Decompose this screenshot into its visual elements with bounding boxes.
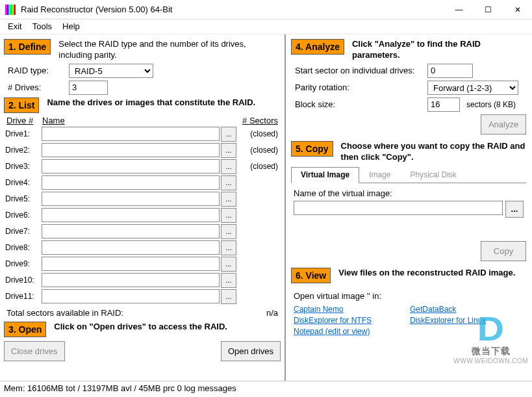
drive-browse-button[interactable]: ...	[221, 127, 236, 142]
badge-analyze: 4. Analyze	[291, 39, 344, 55]
open-drives-button[interactable]: Open drives	[221, 341, 281, 361]
analyze-button[interactable]: Analyze	[481, 114, 526, 134]
drive-row: Drive1:...(closed)	[4, 127, 281, 142]
block-size-input[interactable]	[427, 97, 460, 112]
drive-browse-button[interactable]: ...	[221, 192, 236, 207]
link-notepad[interactable]: Notepad (edit or view)	[294, 327, 410, 336]
drive-name-input[interactable]	[42, 143, 220, 157]
statusbar: Mem: 16106MB tot / 13197MB avl / 45MB pr…	[0, 381, 532, 395]
badge-copy: 5. Copy	[291, 141, 333, 157]
virtual-image-name-label: Name of the virtual image:	[294, 188, 524, 198]
drives-count-input[interactable]	[69, 81, 108, 95]
app-icon	[5, 5, 16, 15]
tab-physical-disk[interactable]: Physical Disk	[401, 167, 466, 183]
drive-label: Drive8:	[4, 243, 42, 252]
drive-browse-button[interactable]: ...	[221, 175, 236, 190]
tab-image[interactable]: Image	[359, 167, 400, 183]
link-diskexplorer-linux[interactable]: DiskExplorer for Linux	[410, 316, 526, 325]
list-desc: Name the drives or images that constitut…	[47, 97, 255, 109]
view-desc: View files on the reconstructed RAID ima…	[338, 268, 515, 279]
menu-tools[interactable]: Tools	[27, 19, 57, 34]
link-getdataback[interactable]: GetDataBack	[410, 305, 526, 314]
parity-label: Parity rotation:	[291, 83, 427, 92]
drive-row: Drive11:...	[4, 289, 281, 304]
define-desc: Select the RAID type and the number of i…	[58, 39, 281, 61]
drive-name-input[interactable]	[42, 208, 220, 222]
raid-type-select[interactable]: RAID-5	[69, 64, 153, 78]
drive-label: Drive9:	[4, 259, 42, 268]
content: 1. Define Select the RAID type and the n…	[0, 34, 532, 381]
drive-name-input[interactable]	[42, 240, 220, 255]
col-name: Name	[42, 116, 229, 125]
drive-browse-button[interactable]: ...	[221, 224, 236, 239]
copy-tabs: Virtual Image Image Physical Disk	[291, 167, 526, 183]
tab-virtual-image[interactable]: Virtual Image	[291, 167, 359, 183]
minimize-button[interactable]: —	[444, 0, 474, 19]
drive-row: Drive7:...	[4, 224, 281, 239]
virtual-image-browse-button[interactable]: ...	[505, 201, 524, 218]
titlebar: Raid Reconstructor (Version 5.00) 64-Bit…	[0, 0, 532, 19]
drive-name-input[interactable]	[42, 192, 220, 206]
section-view: 6. View View files on the reconstructed …	[291, 268, 526, 283]
drive-browse-button[interactable]: ...	[221, 273, 236, 288]
link-captain-nemo[interactable]: Captain Nemo	[294, 305, 410, 314]
drive-status: (closed)	[236, 162, 281, 171]
copy-desc: Choose where you want to copy the RAID a…	[341, 141, 526, 163]
total-sectors-label: Total sectors available in RAID:	[6, 308, 266, 318]
drive-name-input[interactable]	[42, 224, 220, 238]
open-desc: Click on "Open drives" to access the RAI…	[54, 322, 227, 333]
drive-browse-button[interactable]: ...	[221, 257, 236, 272]
menu-help[interactable]: Help	[57, 19, 85, 34]
drive-name-input[interactable]	[42, 127, 220, 141]
close-drives-button[interactable]: Close drives	[4, 341, 65, 361]
start-sector-input[interactable]	[427, 64, 473, 78]
section-analyze: 4. Analyze Click "Analyze" to find the R…	[291, 39, 526, 61]
drive-name-input[interactable]	[42, 273, 220, 287]
open-virtual-label: Open virtual image '' in:	[294, 291, 526, 301]
drive-name-input[interactable]	[42, 289, 220, 303]
menu-exit[interactable]: Exit	[3, 19, 27, 34]
drive-browse-button[interactable]: ...	[221, 159, 236, 174]
drive-name-input[interactable]	[42, 159, 220, 173]
drive-status: (closed)	[236, 146, 281, 155]
close-button[interactable]: ✕	[503, 0, 532, 19]
badge-open: 3. Open	[4, 322, 46, 337]
drive-row: Drive9:...	[4, 257, 281, 272]
drive-label: Drive7:	[4, 227, 42, 236]
copy-button[interactable]: Copy	[481, 241, 526, 261]
status-text: Mem: 16106MB tot / 13197MB avl / 45MB pr…	[4, 383, 236, 393]
drives-header: Drive # Name # Sectors	[4, 116, 281, 125]
drive-row: Drive3:...(closed)	[4, 159, 281, 174]
drive-row: Drive8:...	[4, 240, 281, 255]
drives-count-label: # Drives:	[4, 83, 69, 92]
drive-browse-button[interactable]: ...	[221, 208, 236, 223]
section-define: 1. Define Select the RAID type and the n…	[4, 39, 281, 61]
drive-row: Drive4:...	[4, 175, 281, 190]
link-diskexplorer-ntfs[interactable]: DiskExplorer for NTFS	[294, 316, 410, 325]
drive-name-input[interactable]	[42, 175, 220, 190]
drive-label: Drive11:	[4, 292, 42, 301]
menubar: Exit Tools Help	[0, 19, 532, 34]
section-open: 3. Open Click on "Open drives" to access…	[4, 322, 281, 337]
section-list: 2. List Name the drives or images that c…	[4, 97, 281, 113]
drive-browse-button[interactable]: ...	[221, 143, 236, 158]
total-sectors-value: n/a	[266, 308, 278, 318]
right-panel: 4. Analyze Click "Analyze" to find the R…	[286, 34, 531, 381]
drive-name-input[interactable]	[42, 257, 220, 271]
drive-label: Drive10:	[4, 275, 42, 285]
maximize-button[interactable]: ☐	[474, 0, 503, 19]
window-title: Raid Reconstructor (Version 5.00) 64-Bit	[21, 5, 444, 14]
drive-row: Drive10:...	[4, 273, 281, 288]
window-controls: — ☐ ✕	[444, 0, 532, 19]
drive-row: Drive6:...	[4, 208, 281, 223]
badge-define: 1. Define	[4, 39, 51, 55]
drive-browse-button[interactable]: ...	[221, 240, 236, 255]
start-sector-label: Start sector on individual drives:	[291, 66, 427, 75]
drive-browse-button[interactable]: ...	[221, 289, 236, 304]
virtual-image-name-input[interactable]	[294, 201, 503, 215]
drive-label: Drive2:	[4, 146, 42, 155]
block-size-note: sectors (8 KB)	[466, 100, 516, 109]
drive-label: Drive5:	[4, 194, 42, 203]
parity-select[interactable]: Forward (1-2-3)	[427, 81, 518, 95]
drive-label: Drive3:	[4, 162, 42, 171]
